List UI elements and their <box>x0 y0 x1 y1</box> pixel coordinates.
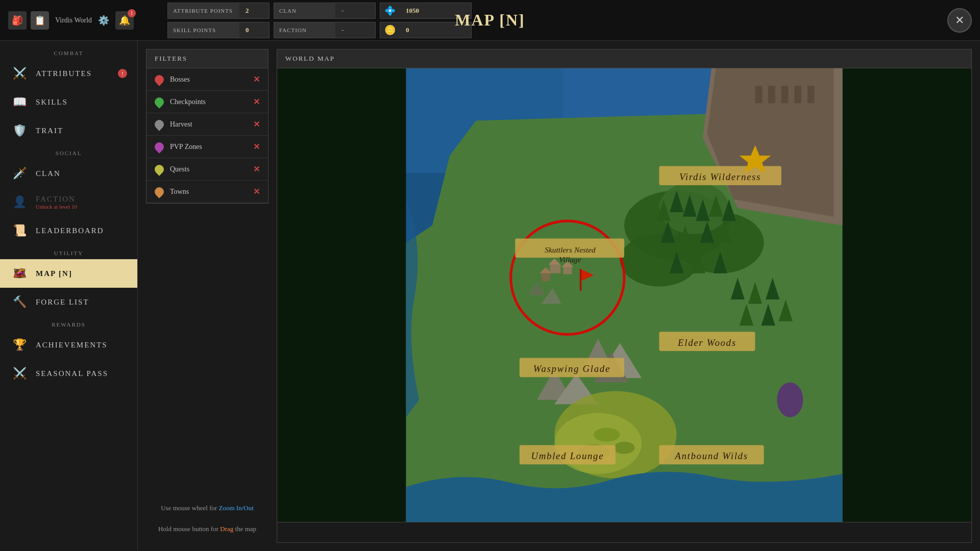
svg-text:Waspwing Glade: Waspwing Glade <box>533 363 610 374</box>
drag-suffix: the map <box>233 525 256 533</box>
pvp-toggle[interactable]: ✕ <box>253 142 260 152</box>
svg-rect-3 <box>755 86 762 103</box>
drag-link: Drag <box>220 525 233 533</box>
currency1-icon: 💠 <box>380 5 400 16</box>
towns-label: Towns <box>170 188 247 196</box>
attribute-points-box: ATTRIBUTE POINTS 2 <box>167 3 270 19</box>
close-button[interactable]: ✕ <box>947 8 972 33</box>
world-map-header: WORLD MAP <box>277 49 972 68</box>
sidebar-item-faction[interactable]: 👤 FACTION Unlock at level 10 <box>0 188 137 216</box>
filter-harvest[interactable]: Harvest ✕ <box>146 113 268 136</box>
achievements-label: ACHIEVEMENTS <box>36 341 108 349</box>
top-bar-stats: ATTRIBUTE POINTS 2 SKILL POINTS 0 CLAN -… <box>167 3 911 38</box>
zoom-hint-text: Use mouse wheel for <box>161 504 218 512</box>
faction-icon: 👤 <box>10 193 29 211</box>
trait-label: TRAIT <box>36 127 63 135</box>
section-combat: COMBAT <box>0 45 137 59</box>
seasonal-icon: ⚔️ <box>10 364 29 383</box>
forge-icon: 🔨 <box>10 293 29 311</box>
sidebar-item-trait[interactable]: 🛡️ TRAIT <box>0 116 137 145</box>
towns-dot <box>153 185 165 198</box>
filters-panel: FILTERS Bosses ✕ Checkpoints ✕ Harvest ✕ <box>146 49 268 543</box>
svg-point-52 <box>777 382 803 417</box>
sidebar-item-attributes[interactable]: ⚔️ ATTRIBUTES ! <box>0 59 137 88</box>
forge-label: FORGE LIST <box>36 298 89 307</box>
sidebar-item-map[interactable]: 🗺️ MAP [N] <box>0 259 137 288</box>
settings-icon[interactable]: ⚙️ <box>98 15 109 26</box>
currency1-value: 1050 <box>400 7 425 15</box>
svg-text:Antbound Wilds: Antbound Wilds <box>674 450 748 461</box>
main-layout: COMBAT ⚔️ ATTRIBUTES ! 📖 SKILLS 🛡️ TRAIT… <box>0 41 980 551</box>
clan-faction-row: CLAN - FACTION - <box>274 3 376 38</box>
pvp-dot <box>153 140 165 153</box>
checkpoints-label: Checkpoints <box>170 98 247 106</box>
sidebar-item-seasonalpass[interactable]: ⚔️ SEASONAL PASS <box>0 359 137 388</box>
attributes-icon: ⚔️ <box>10 64 29 83</box>
map-bottom-bar <box>277 522 972 543</box>
currency2-icon: 🪙 <box>380 24 400 36</box>
sidebar-item-skills[interactable]: 📖 SKILLS <box>0 88 137 116</box>
filter-pvpzones[interactable]: PVP Zones ✕ <box>146 136 268 158</box>
zoom-link: Zoom In/Out <box>219 504 254 512</box>
world-name: Virdis World <box>55 16 92 24</box>
bosses-label: Bosses <box>170 76 247 84</box>
drag-hint: Hold mouse button for Drag the map <box>154 524 260 535</box>
faction-nav-label: FACTION <box>36 195 77 204</box>
world-map-panel: WORLD MAP <box>277 49 972 543</box>
attributes-label: ATTRIBUTES <box>36 69 92 78</box>
checkpoints-toggle[interactable]: ✕ <box>253 97 260 107</box>
stat-row-points: ATTRIBUTE POINTS 2 SKILL POINTS 0 <box>167 3 270 38</box>
sidebar-item-forgelist[interactable]: 🔨 FORGE LIST <box>0 288 137 316</box>
bosses-toggle[interactable]: ✕ <box>253 74 260 84</box>
quests-toggle[interactable]: ✕ <box>253 164 260 174</box>
svg-rect-7 <box>807 86 815 103</box>
checkpoints-dot <box>153 95 165 108</box>
inventory-tab[interactable]: 🎒 <box>8 11 27 30</box>
section-social: SOCIAL <box>0 145 137 159</box>
svg-rect-37 <box>550 265 561 273</box>
svg-rect-41 <box>542 273 550 281</box>
section-rewards: REWARDS <box>0 316 137 331</box>
notification-badge[interactable]: 🔔 1 <box>115 11 134 30</box>
achievements-icon: 🏆 <box>10 336 29 354</box>
sidebar-item-clan[interactable]: 🗡️ CLAN <box>0 159 137 188</box>
map-container[interactable]: Virdis Wilderness Elder Woods Waspwing G… <box>277 68 972 522</box>
harvest-label: Harvest <box>170 120 247 129</box>
filter-checkpoints[interactable]: Checkpoints ✕ <box>146 91 268 113</box>
svg-point-50 <box>614 442 634 454</box>
filter-bosses[interactable]: Bosses ✕ <box>146 68 268 91</box>
svg-text:Umbled Lounge: Umbled Lounge <box>531 450 604 461</box>
bosses-dot <box>153 73 165 86</box>
leaderboard-icon: 📜 <box>10 221 29 240</box>
quests-label: Quests <box>170 165 247 173</box>
clan-box: CLAN - <box>274 3 376 19</box>
svg-text:Elder Woods: Elder Woods <box>677 337 737 348</box>
clan-label: CLAN <box>274 3 335 18</box>
sidebar-item-leaderboard[interactable]: 📜 LEADERBOARD <box>0 216 137 245</box>
filter-quests[interactable]: Quests ✕ <box>146 158 268 181</box>
trait-icon: 🛡️ <box>10 121 29 140</box>
leaderboard-label: LEADERBOARD <box>36 227 104 235</box>
harvest-toggle[interactable]: ✕ <box>253 119 260 129</box>
clan-nav-label: CLAN <box>36 169 61 178</box>
page-title: MAP [N] <box>455 11 525 30</box>
towns-toggle[interactable]: ✕ <box>253 187 260 196</box>
world-map-svg: Virdis Wilderness Elder Woods Waspwing G… <box>277 68 971 522</box>
clan-value: - <box>335 7 350 15</box>
svg-rect-6 <box>794 86 801 103</box>
filters-hint: Use mouse wheel for Zoom In/Out Hold mou… <box>146 495 268 543</box>
drag-hint-text: Hold mouse button for <box>158 525 220 533</box>
tab-icons: 🎒 📋 <box>8 11 49 30</box>
top-bar: 🎒 📋 Virdis World ⚙️ 🔔 1 MAP [N] ATTRIBUT… <box>0 0 980 41</box>
skills-icon: 📖 <box>10 93 29 111</box>
badge-count: 1 <box>128 9 136 17</box>
map-tab[interactable]: 📋 <box>31 11 49 30</box>
svg-point-49 <box>594 428 620 441</box>
right-content: FILTERS Bosses ✕ Checkpoints ✕ Harvest ✕ <box>138 41 980 551</box>
svg-rect-39 <box>563 267 572 274</box>
sidebar-item-achievements[interactable]: 🏆 ACHIEVEMENTS <box>0 331 137 359</box>
top-bar-left: 🎒 📋 Virdis World ⚙️ 🔔 1 <box>8 11 161 30</box>
map-nav-label: MAP [N] <box>36 269 72 278</box>
filter-towns[interactable]: Towns ✕ <box>146 181 268 203</box>
zoom-hint: Use mouse wheel for Zoom In/Out <box>154 503 260 514</box>
